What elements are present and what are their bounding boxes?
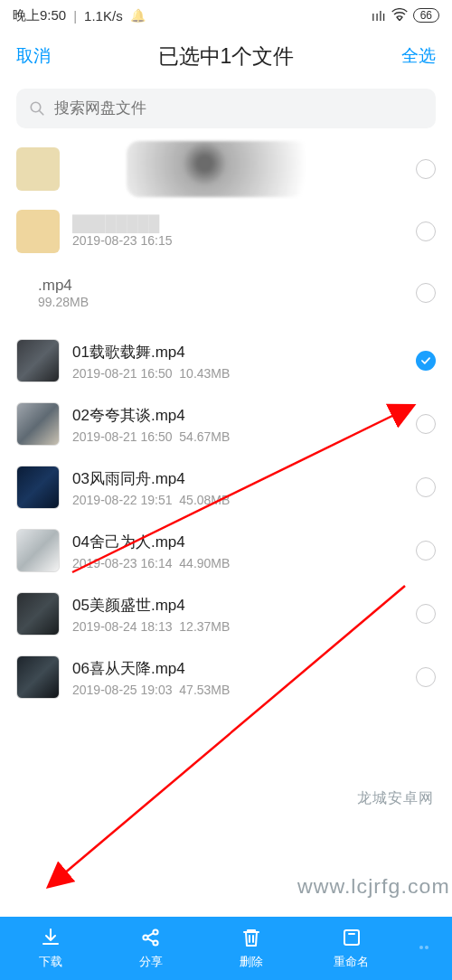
file-name: 02夸夸其谈.mp4	[72, 405, 403, 426]
video-thumbnail	[16, 466, 60, 509]
file-size: 99.28MB	[38, 295, 403, 309]
checkbox[interactable]	[416, 351, 436, 371]
rename-button[interactable]: 重命名	[301, 927, 401, 970]
watermark-text: 龙城安卓网	[357, 789, 434, 808]
video-thumbnail	[16, 529, 60, 572]
file-date: 2019-08-23 16:14	[72, 556, 173, 570]
file-name: 01载歌载舞.mp4	[72, 342, 403, 363]
file-date: 2019-08-21 16:50	[72, 366, 173, 381]
svg-point-6	[419, 946, 423, 949]
rename-label: 重命名	[334, 954, 369, 970]
svg-line-1	[39, 110, 43, 115]
file-date: 2019-08-23 16:15	[72, 233, 403, 248]
checkbox[interactable]	[416, 477, 436, 497]
file-name: 05美颜盛世.mp4	[72, 595, 403, 616]
file-list: ████████ 2019-08-23 16:15 .mp4 99.28MB 0…	[0, 132, 452, 772]
checkbox[interactable]	[416, 667, 436, 687]
file-date: 2019-08-22 19:51	[72, 493, 173, 507]
battery-icon: 66	[413, 8, 439, 23]
file-size: 44.90MB	[179, 556, 230, 570]
file-name-suffix: .mp4	[38, 277, 72, 294]
signal-icon: ıılı	[372, 8, 386, 24]
status-time: 晚上9:50	[13, 7, 66, 24]
file-size: 54.67MB	[179, 429, 230, 444]
download-button[interactable]: 下载	[0, 927, 100, 970]
file-date: 2019-08-21 16:50	[72, 429, 173, 444]
svg-rect-5	[344, 930, 359, 945]
list-item[interactable]: 06喜从天降.mp4 2019-08-25 19:03 47.53MB	[0, 645, 452, 709]
folder-icon	[16, 147, 60, 191]
checkbox[interactable]	[416, 604, 436, 624]
list-item[interactable]	[0, 132, 452, 206]
redacted-text	[127, 141, 387, 197]
status-net-speed: 1.1K/s	[84, 8, 123, 24]
select-all-button[interactable]: 全选	[401, 44, 436, 68]
file-name: 03风雨同舟.mp4	[72, 468, 403, 489]
trash-icon	[240, 927, 262, 951]
more-icon	[416, 937, 438, 961]
video-thumbnail	[16, 339, 60, 382]
video-thumbnail	[16, 655, 60, 699]
checkbox[interactable]	[416, 283, 436, 303]
list-item[interactable]: ████████ 2019-08-23 16:15	[0, 206, 452, 262]
list-item[interactable]: .mp4 99.28MB	[0, 262, 452, 329]
svg-point-2	[143, 935, 147, 939]
share-icon	[140, 927, 162, 951]
checkbox[interactable]	[416, 221, 436, 241]
search-input[interactable]	[54, 99, 423, 118]
selection-header: 取消 已选中1个文件 全选	[0, 31, 452, 81]
bell-icon: 🔔	[130, 8, 146, 23]
share-label: 分享	[139, 954, 163, 970]
search-icon	[29, 100, 45, 117]
redacted-text: ████████	[72, 215, 403, 233]
file-date: 2019-08-24 18:13	[72, 619, 173, 634]
file-size: 45.08MB	[179, 493, 230, 507]
status-bar: 晚上9:50 | 1.1K/s 🔔 ıılı 66	[0, 0, 452, 31]
file-date: 2019-08-25 19:03	[72, 683, 173, 697]
file-size: 12.37MB	[179, 619, 230, 634]
list-item[interactable]: 03风雨同舟.mp4 2019-08-22 19:51 45.08MB	[0, 456, 452, 519]
list-item[interactable]: 02夸夸其谈.mp4 2019-08-21 16:50 54.67MB	[0, 392, 452, 456]
rename-icon	[341, 927, 363, 951]
file-size: 47.53MB	[179, 683, 230, 697]
watermark-url: www.lcjrfg.com	[297, 875, 450, 899]
cancel-button[interactable]: 取消	[16, 44, 51, 68]
page-title: 已选中1个文件	[158, 42, 295, 71]
list-item[interactable]: 04舍己为人.mp4 2019-08-23 16:14 44.90MB	[0, 519, 452, 582]
download-label: 下载	[39, 954, 62, 970]
file-size: 10.43MB	[179, 366, 230, 381]
delete-label: 删除	[240, 954, 263, 970]
svg-point-3	[153, 929, 157, 934]
list-item[interactable]: 01载歌载舞.mp4 2019-08-21 16:50 10.43MB	[0, 329, 452, 392]
video-thumbnail	[16, 592, 60, 636]
file-name: 04舍己为人.mp4	[72, 532, 403, 552]
checkbox[interactable]	[416, 414, 436, 434]
bottom-toolbar: 下载 分享 删除 重命名	[0, 917, 452, 980]
file-name: 06喜从天降.mp4	[72, 658, 403, 679]
folder-icon	[16, 210, 60, 253]
delete-button[interactable]: 删除	[201, 927, 301, 970]
checkbox[interactable]	[416, 541, 436, 561]
list-item[interactable]: 05美颜盛世.mp4 2019-08-24 18:13 12.37MB	[0, 582, 452, 645]
svg-point-7	[425, 946, 428, 949]
video-thumbnail	[16, 402, 60, 446]
wifi-icon	[391, 8, 408, 24]
search-bar[interactable]	[16, 89, 436, 128]
more-button[interactable]	[401, 937, 452, 961]
share-button[interactable]: 分享	[100, 927, 201, 970]
download-icon	[40, 927, 61, 951]
svg-point-4	[153, 940, 157, 945]
checkbox[interactable]	[416, 159, 436, 179]
